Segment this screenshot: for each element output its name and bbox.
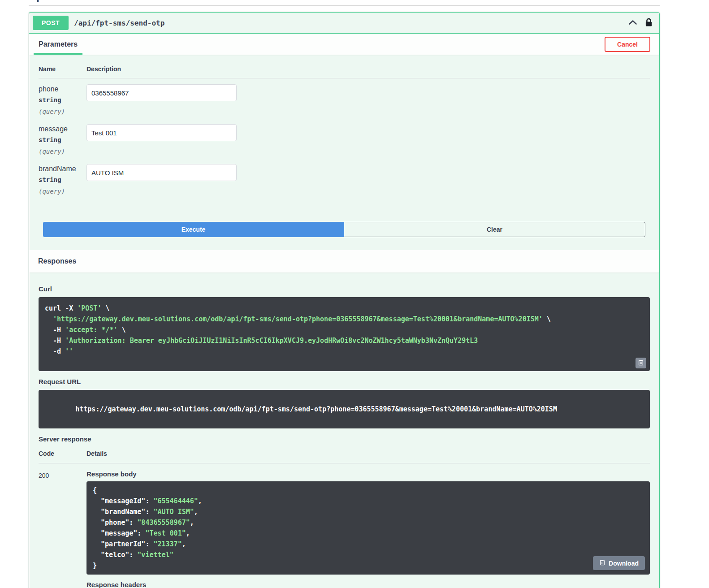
parameter-name: phone	[39, 84, 86, 94]
download-icon	[599, 559, 605, 567]
response-body-line: "messageId": "655464446",	[93, 496, 644, 506]
download-label: Download	[609, 560, 639, 567]
request-url-block: https://gateway.dev.meu-solutions.com/od…	[39, 390, 650, 428]
parameters-table-head: Name Description	[39, 65, 650, 78]
server-response-label: Server response	[39, 435, 650, 443]
curl-line: curl -X 'POST' \	[45, 303, 644, 314]
collapse-button[interactable]	[627, 18, 638, 27]
parameters-list: phone string (query) message string	[39, 78, 650, 197]
parameters-area: Name Description phone string (query)	[29, 55, 659, 250]
endpoint-summary[interactable]: POST /api/fpt-sms/send-otp	[29, 13, 659, 34]
parameter-name: brandName	[39, 164, 86, 174]
responses-content: Curl curl -X 'POST' \ 'https://gateway.d…	[29, 272, 659, 588]
parameters-tab-row: Parameters Cancel	[29, 34, 659, 55]
curl-line: -d ''	[45, 346, 644, 357]
status-code: 200	[39, 470, 86, 588]
response-details: Response body { "messageId": "655464446"…	[86, 470, 650, 588]
request-url-value: https://gateway.dev.meu-solutions.com/od…	[75, 405, 557, 413]
responses-section-header: Responses	[29, 250, 659, 272]
opblock-post: POST /api/fpt-sms/send-otp Parameters	[29, 12, 660, 588]
response-body-line: "phone": "84365558967",	[93, 517, 644, 528]
lock-icon	[645, 18, 652, 28]
response-body-line: "partnerId": "21337",	[93, 539, 644, 549]
parameter-type: string	[39, 134, 86, 146]
parameter-name: message	[39, 124, 86, 134]
parameter-description	[86, 124, 650, 157]
curl-line: -H 'accept: */*' \	[45, 324, 644, 335]
tab-parameters-label: Parameters	[39, 40, 78, 48]
parameter-location: (query)	[39, 186, 86, 197]
response-headers-label: Response headers	[86, 581, 650, 588]
response-body-line: "telco": "viettel"	[93, 549, 644, 560]
tag-title: fpt-sms	[32, 0, 660, 3]
parameter-label: phone string (query)	[39, 84, 86, 117]
authorize-button[interactable]	[644, 17, 653, 29]
response-body-label: Response body	[86, 470, 650, 478]
request-url-label: Request URL	[39, 378, 650, 385]
curl-line: -H 'Authorization: Bearer eyJhbGciOiJIUz…	[45, 335, 644, 346]
parameter-row: message string (query)	[39, 124, 650, 157]
download-button[interactable]: Download	[593, 556, 645, 570]
parameter-location: (query)	[39, 106, 86, 117]
parameter-description	[86, 164, 650, 197]
copy-to-clipboard-button[interactable]	[636, 358, 646, 368]
response-body-line: "message": "Test 001",	[93, 528, 644, 539]
parameter-type: string	[39, 94, 86, 106]
response-body-block: { "messageId": "655464446", "brandName":…	[86, 481, 650, 575]
swagger-page: fpt-sms POST /api/fpt-sms/send-otp	[0, 0, 709, 588]
parameter-description	[86, 84, 650, 117]
execute-button-group: Execute Clear	[43, 222, 645, 250]
chevron-up-icon	[628, 19, 637, 26]
parameter-label: brandName string (query)	[39, 164, 86, 197]
tag-heading-clip: fpt-sms	[29, 0, 660, 3]
tab-parameters[interactable]: Parameters	[34, 34, 82, 55]
response-body-line: }	[93, 560, 644, 571]
parameter-row: brandName string (query)	[39, 164, 650, 197]
curl-command-block: curl -X 'POST' \ 'https://gateway.dev.me…	[39, 297, 650, 371]
parameter-type: string	[39, 174, 86, 186]
cancel-button[interactable]: Cancel	[605, 37, 650, 52]
summary-controls	[627, 17, 653, 29]
column-header-name: Name	[39, 65, 86, 73]
tag-divider	[29, 5, 660, 6]
parameter-location: (query)	[39, 146, 86, 157]
response-body-line: {	[93, 485, 644, 496]
parameter-row: phone string (query)	[39, 84, 650, 117]
curl-line: 'https://gateway.dev.meu-solutions.com/o…	[45, 314, 644, 324]
parameter-value-input[interactable]	[86, 164, 237, 181]
method-badge: POST	[33, 16, 69, 30]
column-header-details: Details	[86, 450, 650, 457]
parameter-label: message string (query)	[39, 124, 86, 157]
column-header-description: Description	[86, 65, 650, 73]
parameter-value-input[interactable]	[86, 84, 237, 101]
parameter-value-input[interactable]	[86, 124, 237, 141]
clear-button[interactable]: Clear	[344, 222, 645, 237]
execute-button[interactable]: Execute	[43, 222, 344, 237]
curl-label: Curl	[39, 285, 650, 293]
server-response-row: 200 Response body { "messageId": "655464…	[39, 463, 650, 588]
column-header-code: Code	[39, 450, 86, 457]
responses-title: Responses	[38, 257, 76, 265]
clipboard-icon	[638, 359, 644, 367]
response-body-line: "brandName": "AUTO ISM",	[93, 506, 644, 517]
endpoint-path: /api/fpt-sms/send-otp	[74, 19, 164, 27]
server-response-table-head: Code Details	[39, 450, 650, 463]
